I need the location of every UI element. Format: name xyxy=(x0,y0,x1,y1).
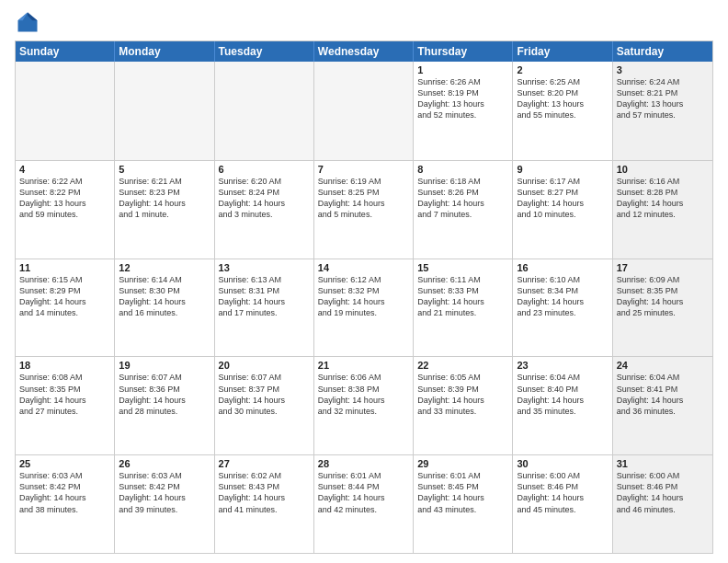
day-number: 16 xyxy=(517,262,608,273)
calendar-day-header: Friday xyxy=(513,41,612,62)
cell-info: Sunrise: 6:02 AM Sunset: 8:43 PM Dayligh… xyxy=(219,470,310,515)
calendar-cell: 3Sunrise: 6:24 AM Sunset: 8:21 PM Daylig… xyxy=(613,62,712,160)
cell-info: Sunrise: 6:01 AM Sunset: 8:45 PM Dayligh… xyxy=(417,470,508,515)
calendar-cell: 14Sunrise: 6:12 AM Sunset: 8:32 PM Dayli… xyxy=(314,259,414,357)
cell-info: Sunrise: 6:12 AM Sunset: 8:32 PM Dayligh… xyxy=(318,274,409,319)
calendar-row: 11Sunrise: 6:15 AM Sunset: 8:29 PM Dayli… xyxy=(16,259,712,357)
calendar-cell: 29Sunrise: 6:01 AM Sunset: 8:45 PM Dayli… xyxy=(414,455,513,553)
cell-info: Sunrise: 6:17 AM Sunset: 8:27 PM Dayligh… xyxy=(517,176,608,221)
calendar-cell: 31Sunrise: 6:00 AM Sunset: 8:46 PM Dayli… xyxy=(613,455,712,553)
day-number: 21 xyxy=(318,360,409,371)
calendar-cell: 16Sunrise: 6:10 AM Sunset: 8:34 PM Dayli… xyxy=(513,259,612,357)
calendar-cell xyxy=(16,62,115,160)
calendar-cell xyxy=(215,62,314,160)
calendar-cell: 11Sunrise: 6:15 AM Sunset: 8:29 PM Dayli… xyxy=(16,259,115,357)
cell-info: Sunrise: 6:26 AM Sunset: 8:19 PM Dayligh… xyxy=(417,76,508,121)
cell-info: Sunrise: 6:01 AM Sunset: 8:44 PM Dayligh… xyxy=(318,470,409,515)
day-number: 25 xyxy=(19,458,110,469)
header xyxy=(15,9,713,35)
calendar-cell: 21Sunrise: 6:06 AM Sunset: 8:38 PM Dayli… xyxy=(314,357,414,454)
page: SundayMondayTuesdayWednesdayThursdayFrid… xyxy=(0,0,728,563)
cell-info: Sunrise: 6:18 AM Sunset: 8:26 PM Dayligh… xyxy=(417,176,508,221)
day-number: 26 xyxy=(119,458,210,469)
logo-icon xyxy=(15,9,40,35)
cell-info: Sunrise: 6:00 AM Sunset: 8:46 PM Dayligh… xyxy=(517,470,608,515)
day-number: 18 xyxy=(19,360,110,371)
calendar-cell: 28Sunrise: 6:01 AM Sunset: 8:44 PM Dayli… xyxy=(314,455,414,553)
cell-info: Sunrise: 6:16 AM Sunset: 8:28 PM Dayligh… xyxy=(617,176,709,221)
day-number: 1 xyxy=(417,64,508,75)
day-number: 6 xyxy=(219,164,310,175)
calendar-row: 4Sunrise: 6:22 AM Sunset: 8:22 PM Daylig… xyxy=(16,160,712,259)
calendar-cell: 23Sunrise: 6:04 AM Sunset: 8:40 PM Dayli… xyxy=(513,357,612,454)
calendar-day-header: Monday xyxy=(115,41,214,62)
calendar-cell: 6Sunrise: 6:20 AM Sunset: 8:24 PM Daylig… xyxy=(215,161,314,259)
day-number: 17 xyxy=(617,262,709,273)
cell-info: Sunrise: 6:04 AM Sunset: 8:40 PM Dayligh… xyxy=(517,372,608,417)
calendar-cell: 27Sunrise: 6:02 AM Sunset: 8:43 PM Dayli… xyxy=(215,455,314,553)
calendar-cell: 9Sunrise: 6:17 AM Sunset: 8:27 PM Daylig… xyxy=(513,161,612,259)
cell-info: Sunrise: 6:09 AM Sunset: 8:35 PM Dayligh… xyxy=(617,274,709,319)
calendar-day-header: Wednesday xyxy=(314,41,414,62)
calendar-cell: 18Sunrise: 6:08 AM Sunset: 8:35 PM Dayli… xyxy=(16,357,115,454)
calendar-cell: 22Sunrise: 6:05 AM Sunset: 8:39 PM Dayli… xyxy=(414,357,513,454)
cell-info: Sunrise: 6:24 AM Sunset: 8:21 PM Dayligh… xyxy=(617,76,709,121)
calendar-day-header: Thursday xyxy=(414,41,513,62)
cell-info: Sunrise: 6:25 AM Sunset: 8:20 PM Dayligh… xyxy=(517,76,608,121)
day-number: 5 xyxy=(119,164,210,175)
calendar-cell: 25Sunrise: 6:03 AM Sunset: 8:42 PM Dayli… xyxy=(16,455,115,553)
calendar-cell: 30Sunrise: 6:00 AM Sunset: 8:46 PM Dayli… xyxy=(513,455,612,553)
calendar-cell: 4Sunrise: 6:22 AM Sunset: 8:22 PM Daylig… xyxy=(16,161,115,259)
cell-info: Sunrise: 6:05 AM Sunset: 8:39 PM Dayligh… xyxy=(417,372,508,417)
calendar-cell: 17Sunrise: 6:09 AM Sunset: 8:35 PM Dayli… xyxy=(613,259,712,357)
day-number: 8 xyxy=(417,164,508,175)
cell-info: Sunrise: 6:10 AM Sunset: 8:34 PM Dayligh… xyxy=(517,274,608,319)
day-number: 29 xyxy=(417,458,508,469)
day-number: 3 xyxy=(617,64,709,75)
calendar-cell: 24Sunrise: 6:04 AM Sunset: 8:41 PM Dayli… xyxy=(613,357,712,454)
calendar-cell: 12Sunrise: 6:14 AM Sunset: 8:30 PM Dayli… xyxy=(115,259,214,357)
logo xyxy=(15,9,44,35)
day-number: 7 xyxy=(318,164,409,175)
calendar-cell: 5Sunrise: 6:21 AM Sunset: 8:23 PM Daylig… xyxy=(115,161,214,259)
cell-info: Sunrise: 6:13 AM Sunset: 8:31 PM Dayligh… xyxy=(219,274,310,319)
day-number: 14 xyxy=(318,262,409,273)
cell-info: Sunrise: 6:14 AM Sunset: 8:30 PM Dayligh… xyxy=(119,274,210,319)
calendar-row: 1Sunrise: 6:26 AM Sunset: 8:19 PM Daylig… xyxy=(16,62,712,160)
cell-info: Sunrise: 6:19 AM Sunset: 8:25 PM Dayligh… xyxy=(318,176,409,221)
day-number: 22 xyxy=(417,360,508,371)
day-number: 19 xyxy=(119,360,210,371)
calendar-cell: 19Sunrise: 6:07 AM Sunset: 8:36 PM Dayli… xyxy=(115,357,214,454)
cell-info: Sunrise: 6:03 AM Sunset: 8:42 PM Dayligh… xyxy=(19,470,110,515)
cell-info: Sunrise: 6:22 AM Sunset: 8:22 PM Dayligh… xyxy=(19,176,110,221)
cell-info: Sunrise: 6:07 AM Sunset: 8:37 PM Dayligh… xyxy=(219,372,310,417)
cell-info: Sunrise: 6:20 AM Sunset: 8:24 PM Dayligh… xyxy=(219,176,310,221)
cell-info: Sunrise: 6:07 AM Sunset: 8:36 PM Dayligh… xyxy=(119,372,210,417)
cell-info: Sunrise: 6:03 AM Sunset: 8:42 PM Dayligh… xyxy=(119,470,210,515)
calendar-cell: 7Sunrise: 6:19 AM Sunset: 8:25 PM Daylig… xyxy=(314,161,414,259)
day-number: 9 xyxy=(517,164,608,175)
day-number: 24 xyxy=(617,360,709,371)
day-number: 2 xyxy=(517,64,608,75)
calendar-day-header: Saturday xyxy=(613,41,712,62)
calendar-cell: 20Sunrise: 6:07 AM Sunset: 8:37 PM Dayli… xyxy=(215,357,314,454)
calendar-row: 25Sunrise: 6:03 AM Sunset: 8:42 PM Dayli… xyxy=(16,454,712,553)
cell-info: Sunrise: 6:00 AM Sunset: 8:46 PM Dayligh… xyxy=(617,470,709,515)
day-number: 28 xyxy=(318,458,409,469)
calendar-cell xyxy=(115,62,214,160)
calendar-body: 1Sunrise: 6:26 AM Sunset: 8:19 PM Daylig… xyxy=(16,62,712,553)
day-number: 20 xyxy=(219,360,310,371)
day-number: 12 xyxy=(119,262,210,273)
calendar-cell xyxy=(314,62,414,160)
calendar: SundayMondayTuesdayWednesdayThursdayFrid… xyxy=(15,40,713,554)
day-number: 30 xyxy=(517,458,608,469)
calendar-cell: 2Sunrise: 6:25 AM Sunset: 8:20 PM Daylig… xyxy=(513,62,612,160)
calendar-cell: 15Sunrise: 6:11 AM Sunset: 8:33 PM Dayli… xyxy=(414,259,513,357)
cell-info: Sunrise: 6:11 AM Sunset: 8:33 PM Dayligh… xyxy=(417,274,508,319)
day-number: 31 xyxy=(617,458,709,469)
day-number: 27 xyxy=(219,458,310,469)
calendar-day-header: Sunday xyxy=(16,41,115,62)
cell-info: Sunrise: 6:08 AM Sunset: 8:35 PM Dayligh… xyxy=(19,372,110,417)
day-number: 13 xyxy=(219,262,310,273)
day-number: 15 xyxy=(417,262,508,273)
